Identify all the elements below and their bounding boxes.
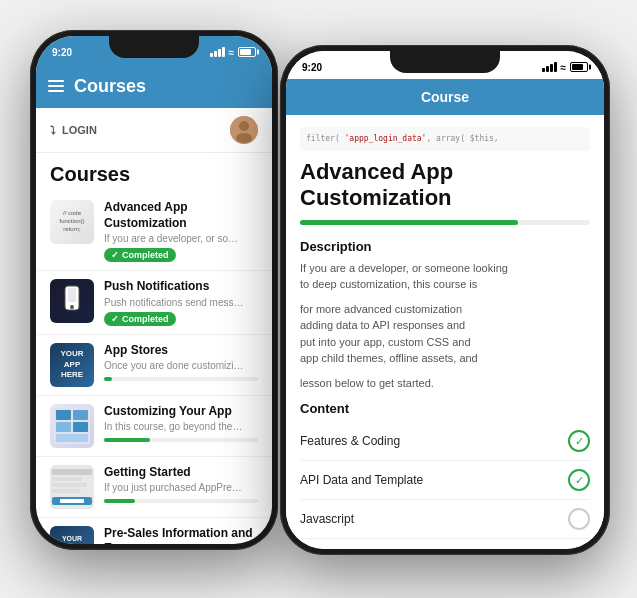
courses-heading: Courses bbox=[36, 153, 272, 192]
svg-rect-15 bbox=[52, 483, 87, 487]
phone-1-status-icons: ≈ bbox=[210, 47, 257, 58]
phone-2-screen: 9:20 ≈ Course bbox=[286, 51, 604, 549]
phone-1-header-title: Courses bbox=[74, 76, 146, 97]
materials-label: Materials bbox=[300, 547, 590, 549]
course-title: Advanced App Customization bbox=[104, 200, 258, 231]
svg-rect-9 bbox=[56, 422, 71, 432]
hamburger-icon[interactable] bbox=[48, 80, 64, 92]
phone-2-time: 9:20 bbox=[302, 62, 322, 73]
svg-point-1 bbox=[239, 121, 249, 131]
battery-icon bbox=[570, 62, 588, 72]
check-circle-empty bbox=[568, 508, 590, 530]
course-info: Pre-Sales Information and Exam... Just c… bbox=[104, 526, 258, 544]
phone-1-notch bbox=[109, 36, 199, 58]
description-text: If you are a developer, or someone looki… bbox=[300, 260, 590, 293]
progress-bar bbox=[104, 438, 258, 442]
check-circle-completed: ✓ bbox=[568, 430, 590, 452]
scene: 9:20 ≈ bbox=[0, 0, 637, 598]
phone-2-header-title: Course bbox=[421, 89, 469, 105]
svg-rect-4 bbox=[68, 288, 76, 302]
description-label: Description bbox=[300, 239, 590, 254]
phone-2-notch bbox=[390, 51, 500, 73]
progress-bar bbox=[104, 499, 258, 503]
phone-1-time: 9:20 bbox=[52, 47, 72, 58]
course-info: Push Notifications Push notifications se… bbox=[104, 279, 258, 326]
svg-rect-13 bbox=[52, 469, 92, 475]
phone-2: 9:20 ≈ Course bbox=[280, 45, 610, 555]
course-detail-title: Advanced AppCustomization bbox=[300, 159, 590, 212]
course-thumb-getting-started bbox=[50, 465, 94, 509]
course-title: Getting Started bbox=[104, 465, 258, 481]
course-title: App Stores bbox=[104, 343, 258, 359]
login-arrow-icon: ⤵ bbox=[50, 124, 56, 136]
phone-1-screen: 9:20 ≈ bbox=[36, 36, 272, 544]
svg-rect-11 bbox=[56, 434, 88, 442]
content-item-1[interactable]: Features & Coding ✓ bbox=[300, 422, 590, 461]
course-desc: If you are a developer, or someone lo... bbox=[104, 233, 244, 244]
course-info: Customizing Your App In this course, go … bbox=[104, 404, 258, 443]
check-icon: ✓ bbox=[111, 314, 119, 324]
content-item-2[interactable]: API Data and Template ✓ bbox=[300, 461, 590, 500]
wifi-icon: ≈ bbox=[229, 47, 235, 58]
svg-rect-16 bbox=[52, 489, 80, 493]
course-title: Customizing Your App bbox=[104, 404, 258, 420]
signal-icon bbox=[542, 62, 557, 72]
course-info: Advanced App Customization If you are a … bbox=[104, 200, 258, 262]
course-thumb-presales: YOUR APP HERE bbox=[50, 526, 94, 544]
course-desc: If you just purchased AppPresser an... bbox=[104, 482, 244, 493]
course-list: // code function() return; Advanced App … bbox=[36, 192, 272, 544]
completed-badge: ✓ Completed bbox=[104, 248, 176, 262]
check-circle-completed: ✓ bbox=[568, 469, 590, 491]
login-label: LOGIN bbox=[62, 124, 97, 136]
course-info: Getting Started If you just purchased Ap… bbox=[104, 465, 258, 504]
svg-point-2 bbox=[236, 133, 252, 143]
content-item-label: Features & Coding bbox=[300, 434, 400, 448]
svg-rect-14 bbox=[52, 477, 82, 481]
course-info: App Stores Once you are done customizing… bbox=[104, 343, 258, 382]
code-snippet: filter( 'appp_login_data', array( $this, bbox=[300, 127, 590, 151]
completed-badge: ✓ Completed bbox=[104, 312, 176, 326]
content-item-label: API Data and Template bbox=[300, 473, 423, 487]
phone-1-header: Courses bbox=[36, 64, 272, 108]
course-desc: Push notifications send messages to ... bbox=[104, 297, 244, 308]
content-item-label: Javascript bbox=[300, 512, 354, 526]
course-thumb-customize bbox=[50, 404, 94, 448]
svg-point-5 bbox=[70, 305, 74, 309]
list-item[interactable]: YOUR APP HERE Pre-Sales Information and … bbox=[36, 518, 272, 544]
description-text-2: for more advanced customization adding d… bbox=[300, 301, 590, 367]
course-title: Pre-Sales Information and Exam... bbox=[104, 526, 258, 544]
login-bar[interactable]: ⤵ LOGIN bbox=[36, 108, 272, 153]
progress-bar bbox=[104, 377, 258, 381]
list-item[interactable]: // code function() return; Advanced App … bbox=[36, 192, 272, 271]
phone-2-header: Course bbox=[286, 79, 604, 115]
battery-icon bbox=[238, 47, 256, 57]
course-thumb-stores: YOUR APP HERE bbox=[50, 343, 94, 387]
avatar bbox=[230, 116, 258, 144]
content-item-3[interactable]: Javascript bbox=[300, 500, 590, 539]
progress-fill bbox=[300, 220, 518, 225]
svg-rect-10 bbox=[73, 422, 88, 432]
lesson-text: lesson below to get started. bbox=[300, 375, 590, 392]
svg-rect-7 bbox=[56, 410, 71, 420]
list-item[interactable]: Customizing Your App In this course, go … bbox=[36, 396, 272, 457]
list-item[interactable]: Getting Started If you just purchased Ap… bbox=[36, 457, 272, 518]
svg-rect-18 bbox=[60, 499, 84, 503]
signal-icon bbox=[210, 47, 225, 57]
svg-rect-8 bbox=[73, 410, 88, 420]
phone-2-status-icons: ≈ bbox=[542, 62, 589, 73]
course-detail-progress bbox=[300, 220, 590, 225]
check-icon: ✓ bbox=[111, 250, 119, 260]
list-item[interactable]: YOUR APP HERE App Stores Once you are do… bbox=[36, 335, 272, 396]
course-thumb-adv-app: // code function() return; bbox=[50, 200, 94, 244]
course-detail: filter( 'appp_login_data', array( $this,… bbox=[286, 115, 604, 549]
course-thumb-push bbox=[50, 279, 94, 323]
phone-1: 9:20 ≈ bbox=[30, 30, 278, 550]
content-label: Content bbox=[300, 401, 590, 416]
course-title: Push Notifications bbox=[104, 279, 258, 295]
list-item[interactable]: Push Notifications Push notifications se… bbox=[36, 271, 272, 335]
course-desc: In this course, go beyond the basics ... bbox=[104, 421, 244, 432]
course-desc: Once you are done customizing your ... bbox=[104, 360, 244, 371]
wifi-icon: ≈ bbox=[561, 62, 567, 73]
